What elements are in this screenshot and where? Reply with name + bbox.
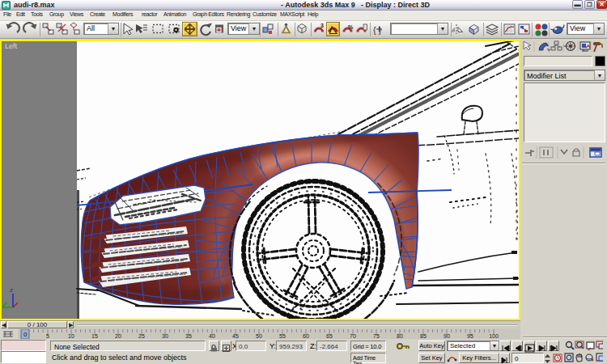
svg-text:z: z xyxy=(10,286,13,294)
svg-text:40: 40 xyxy=(209,333,215,339)
svg-text:25: 25 xyxy=(138,333,145,339)
svg-text:85: 85 xyxy=(420,333,427,339)
svg-text:80: 80 xyxy=(397,333,403,339)
svg-text:70: 70 xyxy=(350,333,356,339)
svg-text:90: 90 xyxy=(444,333,450,339)
svg-text:45: 45 xyxy=(232,333,239,339)
svg-text:0: 0 xyxy=(23,331,28,338)
svg-text:50: 50 xyxy=(256,333,262,339)
svg-text:65: 65 xyxy=(326,333,333,339)
svg-text:10: 10 xyxy=(68,333,74,339)
svg-text:30: 30 xyxy=(162,333,168,339)
svg-text:15: 15 xyxy=(91,333,98,339)
svg-text:5: 5 xyxy=(46,333,49,339)
svg-text:95: 95 xyxy=(467,333,473,339)
svg-text:100: 100 xyxy=(489,333,499,339)
svg-text:75: 75 xyxy=(373,333,380,339)
svg-text:20: 20 xyxy=(115,333,121,339)
svg-text:35: 35 xyxy=(185,333,192,339)
svg-text:55: 55 xyxy=(279,333,286,339)
svg-text:60: 60 xyxy=(303,333,309,339)
